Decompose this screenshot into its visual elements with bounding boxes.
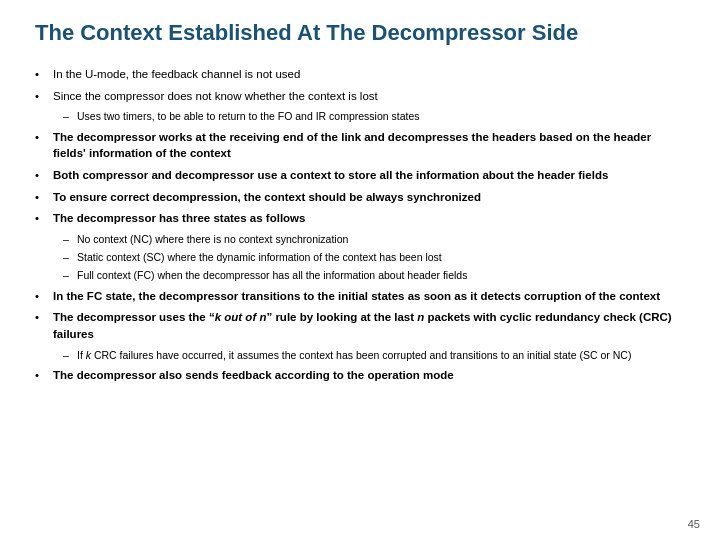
bullet-marker: • — [35, 210, 53, 227]
bullet-marker: • — [35, 129, 53, 146]
bullet-marker: • — [35, 309, 53, 326]
slide: The Context Established At The Decompres… — [0, 0, 720, 540]
sub-text: No context (NC) where there is no contex… — [77, 232, 685, 247]
bullet-text: In the U-mode, the feedback channel is n… — [53, 66, 685, 83]
list-item: • The decompressor has three states as f… — [35, 210, 685, 227]
sub-marker: – — [63, 268, 77, 283]
sub-marker: – — [63, 348, 77, 363]
bullet-text: The decompressor uses the “k out of n” r… — [53, 309, 685, 342]
slide-title: The Context Established At The Decompres… — [35, 20, 685, 50]
list-item: • The decompressor works at the receivin… — [35, 129, 685, 162]
list-item: • In the FC state, the decompressor tran… — [35, 288, 685, 305]
bullet-text: To ensure correct decompression, the con… — [53, 189, 685, 206]
list-item: – If k CRC failures have occurred, it as… — [63, 348, 685, 363]
list-item: • The decompressor also sends feedback a… — [35, 367, 685, 384]
sub-text: Full context (FC) when the decompressor … — [77, 268, 685, 283]
bullet-marker: • — [35, 66, 53, 83]
bullet-marker: • — [35, 367, 53, 384]
slide-content: • In the U-mode, the feedback channel is… — [35, 66, 685, 383]
sub-text: Static context (SC) where the dynamic in… — [77, 250, 685, 265]
bullet-marker: • — [35, 88, 53, 105]
list-item: – No context (NC) where there is no cont… — [63, 232, 685, 247]
list-item: • Both compressor and decompressor use a… — [35, 167, 685, 184]
bullet-text: The decompressor has three states as fol… — [53, 210, 685, 227]
sub-marker: – — [63, 232, 77, 247]
list-item: • The decompressor uses the “k out of n”… — [35, 309, 685, 342]
bullet-text: The decompressor works at the receiving … — [53, 129, 685, 162]
bullet-text: Both compressor and decompressor use a c… — [53, 167, 685, 184]
list-item: • In the U-mode, the feedback channel is… — [35, 66, 685, 83]
bullet-marker: • — [35, 288, 53, 305]
list-item: – Full context (FC) when the decompresso… — [63, 268, 685, 283]
sub-marker: – — [63, 250, 77, 265]
sub-text: If k CRC failures have occurred, it assu… — [77, 348, 685, 363]
sub-text: Uses two timers, to be able to return to… — [77, 109, 685, 124]
bullet-text: In the FC state, the decompressor transi… — [53, 288, 685, 305]
sub-marker: – — [63, 109, 77, 124]
list-item: • To ensure correct decompression, the c… — [35, 189, 685, 206]
bullet-text: The decompressor also sends feedback acc… — [53, 367, 685, 384]
list-item: – Uses two timers, to be able to return … — [63, 109, 685, 124]
bullet-marker: • — [35, 167, 53, 184]
list-item: • Since the compressor does not know whe… — [35, 88, 685, 105]
list-item: – Static context (SC) where the dynamic … — [63, 250, 685, 265]
page-number: 45 — [688, 518, 700, 530]
bullet-marker: • — [35, 189, 53, 206]
bullet-text: Since the compressor does not know wheth… — [53, 88, 685, 105]
